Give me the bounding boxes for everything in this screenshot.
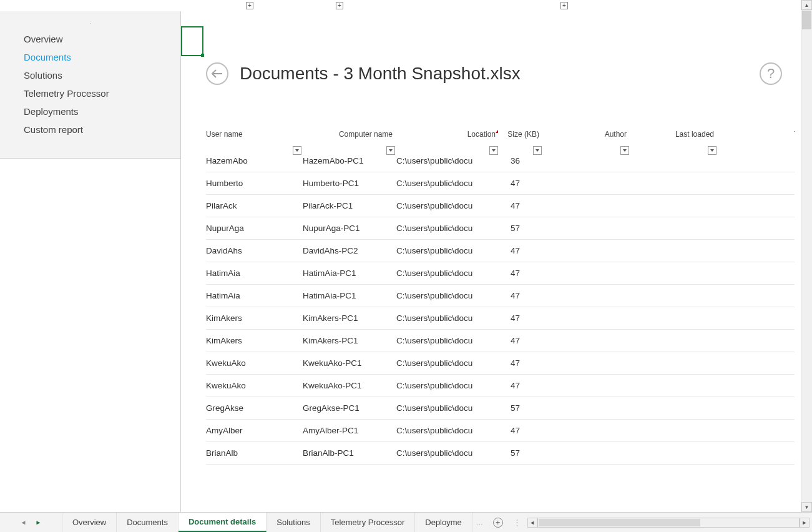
column-label: Author: [605, 130, 627, 139]
table-row[interactable]: KwekuAkoKwekuAko-PC1C:\users\public\docu…: [206, 352, 795, 375]
cell: [718, 397, 795, 420]
column-header-computer-name[interactable]: Computer name: [303, 130, 396, 150]
sheet-tab-telemetry-processor[interactable]: Telemetry Processor: [321, 513, 415, 532]
expand-group-button[interactable]: +: [246, 2, 253, 9]
filter-dropdown-button[interactable]: [489, 146, 498, 155]
sheet-tab-overview[interactable]: Overview: [62, 513, 117, 532]
table-row[interactable]: KimAkersKimAkers-PC1C:\users\public\docu…: [206, 307, 795, 330]
cell: [630, 217, 718, 240]
scroll-left-button[interactable]: ◄: [527, 518, 537, 528]
cell: [630, 420, 718, 442]
back-button[interactable]: [206, 62, 228, 85]
cell: C:\users\public\docu: [396, 420, 499, 442]
expand-group-button[interactable]: +: [336, 2, 343, 9]
hscroll-thumb[interactable]: [539, 519, 700, 526]
filter-dropdown-button[interactable]: [533, 146, 542, 155]
table-row[interactable]: GregAkseGregAkse-PC1C:\users\public\docu…: [206, 397, 795, 420]
cell: [630, 352, 718, 375]
sidebar-item-custom-report[interactable]: Custom report: [0, 121, 180, 139]
sheet-tab-solutions[interactable]: Solutions: [267, 513, 320, 532]
scroll-down-button[interactable]: ▼: [801, 502, 812, 512]
vertical-scrollbar[interactable]: ▲ ▼: [801, 0, 812, 512]
sheet-tab-documents[interactable]: Documents: [117, 513, 179, 532]
table-row[interactable]: PilarAckPilarAck-PC1C:\users\public\docu…: [206, 195, 795, 217]
filter-dropdown-button[interactable]: [620, 146, 629, 155]
cell: C:\users\public\docu: [396, 285, 499, 307]
cell: C:\users\public\docu: [396, 330, 499, 352]
column-label: Last loaded: [675, 130, 714, 139]
filter-dropdown-button[interactable]: [386, 146, 395, 155]
column-header-last-loaded[interactable]: Last loaded: [630, 130, 718, 150]
cell: [718, 150, 795, 172]
cell: HatimAia-PC1: [303, 285, 396, 307]
table-row[interactable]: KwekuAkoKwekuAko-PC1C:\users\public\docu…: [206, 375, 795, 397]
sidebar-item-telemetry-processor[interactable]: Telemetry Processor: [0, 84, 180, 102]
cell: [630, 172, 718, 195]
column-header-author[interactable]: Author: [543, 130, 630, 150]
table-row[interactable]: HumbertoHumberto-PC1C:\users\public\docu…: [206, 172, 795, 195]
cell: AmyAlber-PC1: [303, 420, 396, 442]
column-label: User name: [206, 130, 243, 139]
sidebar-item-documents[interactable]: Documents: [0, 48, 180, 66]
table-row[interactable]: DavidAhsDavidAhs-PC2C:\users\public\docu…: [206, 240, 795, 262]
cell: [630, 262, 718, 285]
tab-nav-next[interactable]: ►: [36, 519, 42, 526]
sheet-tab-deployme[interactable]: Deployme: [415, 513, 472, 532]
help-button[interactable]: ?: [760, 62, 782, 85]
cell: 47: [499, 285, 543, 307]
sheet-tab-strip: ◄ ► OverviewDocumentsDocument detailsSol…: [0, 512, 812, 532]
table-row[interactable]: KimAkersKimAkers-PC1C:\users\public\docu…: [206, 330, 795, 352]
table-row[interactable]: HatimAiaHatimAia-PC1C:\users\public\docu…: [206, 285, 795, 307]
cell: KwekuAko: [206, 375, 303, 397]
cell: C:\users\public\docu: [396, 442, 499, 465]
cell: C:\users\public\docu: [396, 172, 499, 195]
cell: 47: [499, 352, 543, 375]
expand-group-button[interactable]: +: [560, 2, 568, 9]
cell: [630, 442, 718, 465]
hscroll-track[interactable]: [537, 518, 800, 528]
cell: [630, 307, 718, 330]
table-row[interactable]: HatimAiaHatimAia-PC1C:\users\public\docu…: [206, 262, 795, 285]
column-header-size-kb-[interactable]: Size (KB): [499, 130, 543, 150]
table-row[interactable]: BrianAlbBrianAlb-PC1C:\users\public\docu…: [206, 442, 795, 465]
cell: 47: [499, 172, 543, 195]
outline-group-buttons: + + +: [0, 2, 801, 11]
cell: [630, 195, 718, 217]
column-header-user-name[interactable]: User name: [206, 130, 303, 150]
scroll-up-button[interactable]: ▲: [801, 0, 812, 10]
cell: Humberto-PC1: [303, 172, 396, 195]
cell: KwekuAko-PC1: [303, 375, 396, 397]
sidebar-dot: .: [0, 19, 180, 25]
cell: BrianAlb: [206, 442, 303, 465]
cell: [718, 217, 795, 240]
plus-icon: +: [493, 518, 503, 528]
cell: [718, 172, 795, 195]
new-sheet-button[interactable]: +: [487, 513, 509, 532]
cell: [718, 262, 795, 285]
filter-dropdown-button[interactable]: [293, 146, 301, 155]
column-header-location[interactable]: Location: [396, 130, 499, 150]
sheet-tab-document-details[interactable]: Document details: [179, 513, 267, 532]
table-row[interactable]: NupurAgaNupurAga-PC1C:\users\public\docu…: [206, 217, 795, 240]
filter-dropdown-button[interactable]: [708, 146, 717, 155]
sidebar-item-overview[interactable]: Overview: [0, 30, 180, 48]
cell: C:\users\public\docu: [396, 307, 499, 330]
cell: [718, 352, 795, 375]
cell: [543, 172, 630, 195]
vscroll-track[interactable]: [801, 10, 812, 502]
sidebar-item-solutions[interactable]: Solutions: [0, 66, 180, 84]
tab-nav-prev[interactable]: ◄: [21, 519, 27, 526]
content-pane: Documents - 3 Month Snapshot.xlsx ? User…: [181, 11, 801, 512]
cell: BrianAlb-PC1: [303, 442, 396, 465]
vscroll-thumb[interactable]: [802, 11, 811, 29]
table-row[interactable]: AmyAlberAmyAlber-PC1C:\users\public\docu…: [206, 420, 795, 442]
tab-ellipsis[interactable]: ...: [472, 518, 487, 527]
selected-cell[interactable]: [181, 26, 203, 56]
cell: GregAkse: [206, 397, 303, 420]
cell: [630, 285, 718, 307]
column-header-title[interactable]: Title: [718, 130, 795, 150]
sidebar: . OverviewDocumentsSolutionsTelemetry Pr…: [0, 11, 181, 512]
sidebar-item-deployments[interactable]: Deployments: [0, 102, 180, 121]
horizontal-scrollbar[interactable]: ◄ ►: [525, 513, 812, 532]
scroll-right-button[interactable]: ►: [800, 518, 810, 528]
